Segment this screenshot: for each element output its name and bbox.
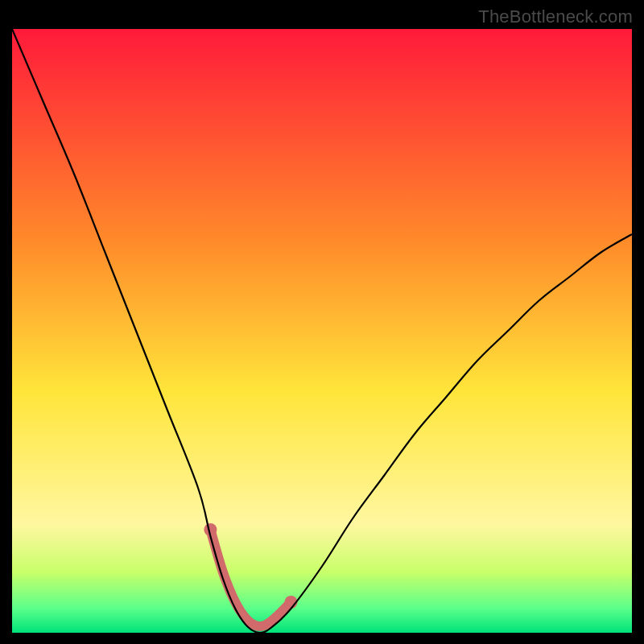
watermark-text: TheBottleneck.com: [478, 6, 633, 27]
chart-svg: [12, 29, 632, 633]
gradient-background: [12, 29, 632, 633]
chart-frame: TheBottleneck.com: [0, 0, 644, 644]
plot-area: [12, 29, 632, 633]
